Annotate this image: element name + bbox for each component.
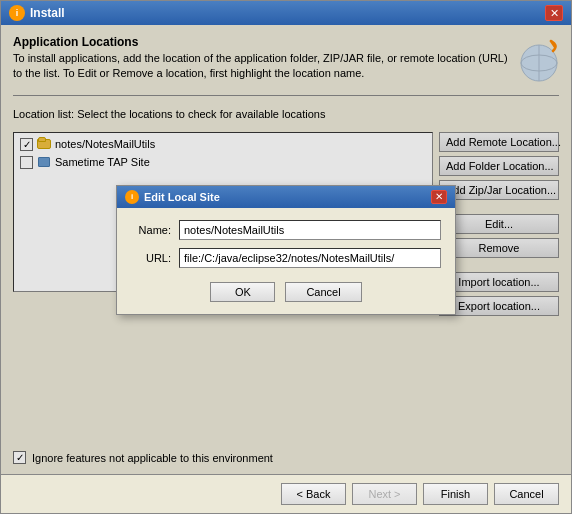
modal-buttons: OK Cancel: [131, 282, 441, 302]
url-input[interactable]: [179, 248, 441, 268]
cancel-button[interactable]: Cancel: [494, 483, 559, 505]
bottom-bar: < Back Next > Finish Cancel: [1, 474, 571, 513]
modal-ok-button[interactable]: OK: [210, 282, 275, 302]
finish-button[interactable]: Finish: [423, 483, 488, 505]
modal-cancel-button[interactable]: Cancel: [285, 282, 361, 302]
modal-close-button[interactable]: ✕: [431, 190, 447, 204]
modal-title: Edit Local Site: [144, 191, 220, 203]
url-row: URL:: [131, 248, 441, 268]
name-input[interactable]: [179, 220, 441, 240]
url-label: URL:: [131, 252, 171, 264]
main-window: i Install ✕ Application Locations To ins…: [0, 0, 572, 514]
modal-titlebar: i Edit Local Site ✕: [117, 186, 455, 208]
modal-overlay: i Edit Local Site ✕ Name: URL:: [1, 25, 571, 474]
window-title: Install: [30, 6, 65, 20]
title-bar: i Install ✕: [1, 1, 571, 25]
modal-titlebar-left: i Edit Local Site: [125, 190, 220, 204]
title-bar-left: i Install: [9, 5, 65, 21]
title-icon: i: [9, 5, 25, 21]
name-label: Name:: [131, 224, 171, 236]
name-row: Name:: [131, 220, 441, 240]
modal-content: Name: URL: OK Cancel: [117, 208, 455, 314]
content-area: Application Locations To install applica…: [1, 25, 571, 474]
window-close-button[interactable]: ✕: [545, 5, 563, 21]
next-button[interactable]: Next >: [352, 483, 417, 505]
back-button[interactable]: < Back: [281, 483, 346, 505]
modal-title-icon: i: [125, 190, 139, 204]
edit-local-site-dialog: i Edit Local Site ✕ Name: URL:: [116, 185, 456, 315]
